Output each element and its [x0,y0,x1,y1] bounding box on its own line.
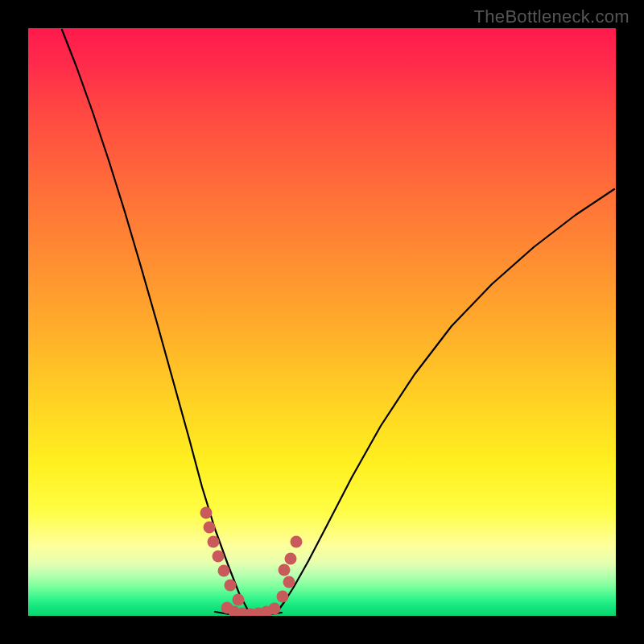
svg-point-5 [225,580,237,592]
svg-point-13 [269,603,281,615]
svg-point-15 [283,576,295,588]
svg-point-3 [213,551,225,563]
svg-point-2 [208,536,220,548]
svg-point-16 [279,564,291,576]
svg-point-17 [285,553,297,565]
svg-point-4 [218,565,230,577]
chart-plot-area [28,28,616,616]
svg-point-14 [277,591,289,603]
svg-point-6 [233,594,245,606]
svg-point-0 [200,507,213,519]
svg-point-1 [204,522,216,534]
watermark-text: TheBottleneck.com [474,6,630,27]
chart-svg [28,28,616,616]
chart-frame: TheBottleneck.com [0,0,644,644]
svg-point-18 [291,536,303,548]
